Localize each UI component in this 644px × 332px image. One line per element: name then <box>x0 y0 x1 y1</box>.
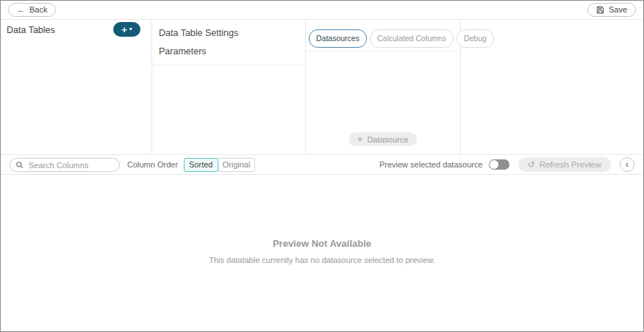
preview-title: Preview Not Available <box>1 238 643 249</box>
settings-item-data-table-settings[interactable]: Data Table Settings <box>152 24 305 42</box>
datasource-panel: Datasources Calculated Columns Debug + D… <box>306 21 461 154</box>
back-button[interactable]: ← Back <box>8 3 56 17</box>
tab-datasources[interactable]: Datasources <box>309 29 367 48</box>
save-icon <box>596 6 604 14</box>
settings-item-label: Parameters <box>159 46 207 57</box>
chevron-down-icon: ▾ <box>129 26 132 32</box>
order-sorted-button[interactable]: Sorted <box>184 158 218 172</box>
plus-icon: + <box>357 135 362 144</box>
data-table-editor-window: ← Back Save Data Tables + ▾ Data Table S… <box>0 0 644 332</box>
preview-datasource-toggle[interactable] <box>489 159 509 170</box>
toggle-knob <box>490 160 498 169</box>
tab-label: Calculated Columns <box>377 35 446 43</box>
collapse-panel-button[interactable]: ‹ <box>620 157 634 172</box>
back-arrow-icon: ← <box>17 6 25 14</box>
datasource-tab-row: Datasources Calculated Columns Debug <box>306 21 460 51</box>
tab-calculated-columns[interactable]: Calculated Columns <box>370 29 454 48</box>
settings-panel: Data Table Settings Parameters <box>152 21 306 154</box>
tab-debug[interactable]: Debug <box>457 29 494 48</box>
plus-icon: + <box>121 25 127 35</box>
save-button[interactable]: Save <box>587 3 636 17</box>
tab-label: Debug <box>464 35 487 43</box>
column-order-segmented: Sorted Original <box>184 158 255 172</box>
settings-item-parameters[interactable]: Parameters <box>152 42 305 60</box>
data-tables-panel: Data Tables + ▾ <box>1 21 152 154</box>
search-columns-wrap <box>10 158 120 172</box>
order-option-label: Sorted <box>189 161 212 169</box>
add-datasource-button[interactable]: + Datasource <box>348 132 417 146</box>
save-button-label: Save <box>609 6 627 14</box>
preview-toggle-label: Preview selected datasource <box>379 160 483 169</box>
data-tables-title: Data Tables <box>7 25 55 35</box>
search-columns-input[interactable] <box>10 158 120 172</box>
column-order-label: Column Order <box>127 160 178 169</box>
refresh-icon: ↺ <box>528 160 535 169</box>
header-bar: ← Back Save <box>1 1 643 20</box>
panels-row: Data Tables + ▾ Data Table Settings Para… <box>1 21 643 154</box>
add-datasource-label: Datasource <box>367 135 408 144</box>
back-button-label: Back <box>29 6 47 14</box>
refresh-preview-button[interactable]: ↺ Refresh Preview <box>518 157 611 172</box>
tab-label: Datasources <box>316 35 359 43</box>
settings-item-label: Data Table Settings <box>159 28 238 38</box>
preview-message: This datatable currently has no datasour… <box>1 256 643 264</box>
settings-list: Data Table Settings Parameters <box>152 21 305 65</box>
chevron-left-icon: ‹ <box>626 159 629 169</box>
add-data-table-button[interactable]: + ▾ <box>113 22 140 37</box>
columns-toolbar: Column Order Sorted Original Preview sel… <box>1 154 643 175</box>
refresh-preview-label: Refresh Preview <box>540 160 601 169</box>
order-option-label: Original <box>223 161 251 169</box>
preview-area: Preview Not Available This datatable cur… <box>1 175 643 331</box>
order-original-button[interactable]: Original <box>218 158 256 172</box>
